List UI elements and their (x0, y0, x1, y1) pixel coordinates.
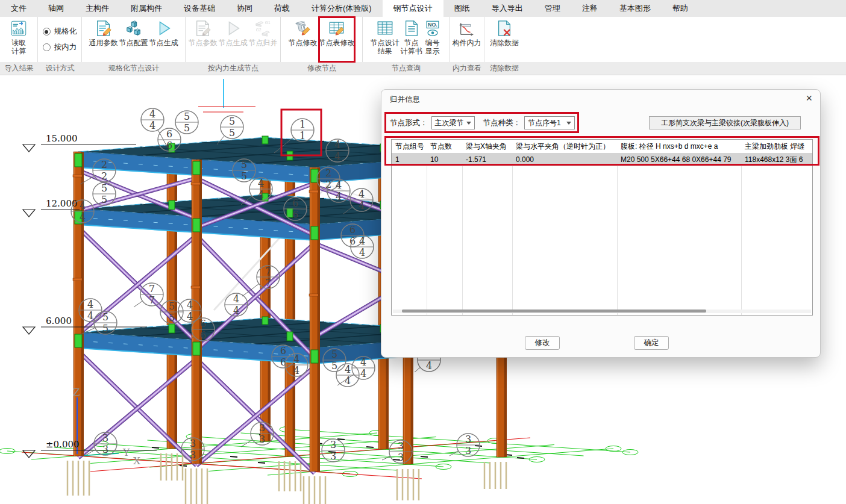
menu-tab-14[interactable]: 帮助 (662, 0, 699, 17)
node-number-bottom: 3 (465, 445, 471, 456)
node-number-bottom: 5 (241, 170, 247, 182)
node-number-bottom: 4 (426, 360, 432, 372)
node-form-value: 主次梁节 (435, 118, 464, 128)
node-number-bottom: 5 (229, 127, 235, 138)
svg-text:NO.: NO. (428, 22, 437, 28)
radio-standard[interactable]: 规格化 (43, 26, 77, 37)
ribbon-button-5-2[interactable]: NO.编号 显示 (424, 17, 442, 62)
table-header-cell: 梁与水平夹角（逆时针为正） (512, 140, 617, 153)
horizontal-scrollbar (393, 310, 811, 313)
menu-tab-2[interactable]: 主构件 (75, 0, 120, 17)
menu-tab-9[interactable]: 图纸 (443, 0, 481, 17)
menu-tab-12[interactable]: 注释 (571, 0, 609, 17)
ribbon-button-label: 编号 显示 (425, 39, 440, 55)
ribbon-button-7-0[interactable]: 清除数据 (490, 17, 519, 62)
table-cell: -1.571 (462, 153, 512, 166)
doc-pencil-icon (194, 19, 212, 37)
ribbon-button-label: 构件内力 (453, 39, 481, 47)
doc-x-icon (495, 19, 513, 37)
ribbon-button-3-1[interactable]: 节点生成 (219, 17, 248, 62)
ribbon-button-4-1[interactable]: 节点表修改 (319, 17, 355, 62)
node-number-top: 4 (336, 179, 342, 191)
ribbon-button-5-1[interactable]: 节点 计算书 (401, 17, 422, 62)
menu-tab-11[interactable]: 管理 (534, 0, 571, 17)
menu-tab-7[interactable]: 计算分析(体验版) (301, 0, 383, 17)
menu-tab-10[interactable]: 导入导出 (481, 0, 534, 17)
node-number-top: 3 (465, 434, 471, 445)
node-number-top: 5 (184, 111, 190, 122)
ribbon-button-2-0[interactable]: 通用参数 (89, 17, 118, 62)
ribbon-button-label: 节点生成 (219, 39, 248, 47)
node-number-top: 4 (293, 353, 299, 365)
node-config-icon (125, 19, 143, 37)
node-number-top: 6 (349, 224, 356, 235)
node-number-bottom: 3 (330, 450, 336, 462)
svg-text:G1: G1 (265, 20, 270, 25)
node-number-bottom: 4 (87, 310, 93, 322)
ribbon-button-2-2[interactable]: 节点生成 (149, 17, 178, 62)
node-kind-value: 节点序号1 (528, 118, 561, 128)
node-number-bottom: 3 (190, 449, 196, 461)
node-kind-select[interactable]: 节点序号1 (524, 116, 575, 129)
node-number-bottom: 4 (149, 120, 155, 131)
ribbon-group-2: 通用参数节点配置节点生成规格化节点设计 (82, 17, 186, 75)
ribbon-group-label: 设计方式 (38, 62, 82, 75)
table-row[interactable]: 110-1.5710.000M20 500 5X66+44 68 0X66+44… (392, 153, 812, 166)
ribbon-button-label: 节点修改 (289, 39, 318, 47)
table-header-cell: 梁与X轴夹角 (462, 140, 512, 153)
ok-button[interactable]: 确定 (634, 336, 669, 350)
node-number-top: 6 (200, 318, 206, 329)
close-icon[interactable]: × (806, 92, 812, 104)
node-form-select[interactable]: 主次梁节 (431, 116, 475, 129)
ribbon-button-4-0[interactable]: 节点修改 (289, 17, 318, 62)
menu-tab-0[interactable]: 文件 (0, 0, 37, 17)
node-number-bottom: 4 (187, 311, 193, 322)
node-number-bottom: 7 (149, 294, 155, 306)
ribbon-group-label: 清除数据 (484, 62, 524, 75)
ribbon-group-6: 构件内力内力查看 (450, 17, 484, 75)
column (192, 160, 202, 464)
beam-pencil-icon (294, 19, 312, 37)
node-number-bottom: 5 (102, 323, 108, 334)
ribbon-button-6-0[interactable]: 构件内力 (453, 17, 481, 62)
table-cell: M20 500 5X66+44 68 0X66+44 79 (617, 153, 741, 166)
menu-tab-6[interactable]: 荷载 (263, 0, 301, 17)
table-header-cell: 腹板: 栓径 H nxs+b d mxc+e a (617, 140, 741, 153)
menu-tab-5[interactable]: 协同 (226, 0, 263, 17)
ribbon-group-7: 清除数据清除数据 (484, 17, 524, 75)
column (74, 152, 84, 456)
play-icon (155, 19, 173, 37)
play-icon (224, 19, 242, 37)
radio-by-force[interactable]: 按内力 (43, 42, 77, 52)
ribbon-button-3-0[interactable]: 节点参数 (189, 17, 218, 62)
node-number-top: 2 (101, 159, 107, 170)
ribbon-button-2-1[interactable]: 节点配置 (119, 17, 148, 62)
node-number-bottom: 4 (293, 365, 299, 376)
radio-label: 按内力 (54, 42, 77, 52)
scrollbar-thumb[interactable] (402, 310, 706, 313)
chevron-down-icon (566, 122, 571, 125)
modify-button[interactable]: 修改 (525, 336, 560, 350)
node-number-bottom: 3 (259, 434, 265, 445)
ribbon-group-4: 节点修改节点表修改修改节点 (281, 17, 363, 75)
elevation-label: 6.000 (46, 316, 72, 326)
ribbon-button-0-0[interactable]: 读取 计算 (10, 17, 28, 62)
menu-bar: 文件轴网主构件附属构件设备基础协同荷载计算分析(体验版)钢节点设计图纸导入导出管… (0, 0, 846, 17)
menu-tab-3[interactable]: 附属构件 (120, 0, 173, 17)
table-cell: 0.000 (512, 153, 617, 166)
menu-tab-4[interactable]: 设备基础 (173, 0, 226, 17)
dialog-title: 归并信息 (390, 95, 420, 105)
connection-type-button[interactable]: 工形简支次梁与主梁铰接(次梁腹板伸入) (649, 116, 801, 129)
ribbon-button-5-0[interactable]: 节点设计 结果 (371, 17, 400, 62)
menu-tab-1[interactable]: 轴网 (37, 0, 75, 17)
ribbon-button-3-2[interactable]: G1G2节点归并 (249, 17, 278, 62)
node-number-top: 4 (149, 108, 155, 120)
ribbon-button-label: 读取 计算 (11, 39, 26, 55)
menu-tab-8[interactable]: 钢节点设计 (383, 0, 443, 17)
menu-tab-13[interactable]: 基本图形 (609, 0, 662, 17)
node-number-bottom: 3 (102, 444, 108, 455)
elevation-label: 15.000 (46, 133, 78, 144)
doc-pencil-icon (95, 19, 113, 37)
node-number-bottom: 6 (200, 329, 206, 341)
node-number-top: 4 (345, 364, 351, 375)
